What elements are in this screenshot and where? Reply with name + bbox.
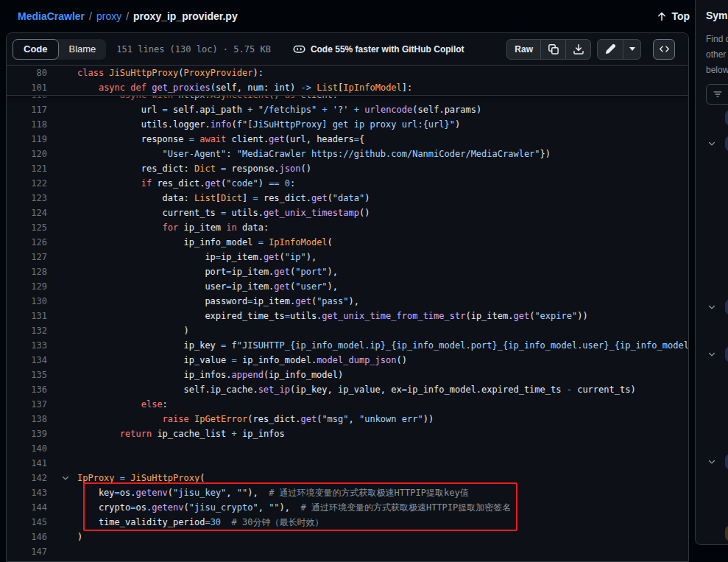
symbol-pill[interactable] bbox=[725, 136, 728, 151]
line-number-125[interactable]: 125 bbox=[7, 220, 54, 235]
line-number-126[interactable]: 126 bbox=[7, 235, 54, 250]
line-number-117[interactable]: 117 bbox=[7, 102, 54, 117]
line-number-147[interactable]: 147 bbox=[7, 544, 54, 559]
line-number-119[interactable]: 119 bbox=[7, 132, 54, 147]
code-text: else: bbox=[77, 397, 688, 412]
line-number-132[interactable]: 132 bbox=[7, 323, 54, 338]
code-line-143: 143 key=os.getenv("jisu_key", ""), # 通过环… bbox=[7, 485, 688, 500]
fold-gutter bbox=[54, 353, 77, 368]
file-meta-info: 151 lines (130 loc) · 5.75 KB bbox=[116, 44, 271, 55]
chevron-down-icon[interactable] bbox=[707, 457, 716, 466]
line-number-101[interactable]: 101 bbox=[7, 80, 54, 95]
line-number-129[interactable]: 129 bbox=[7, 279, 54, 294]
chevron-down-icon[interactable] bbox=[707, 303, 716, 312]
line-number-139[interactable]: 139 bbox=[7, 426, 54, 441]
line-number-138[interactable]: 138 bbox=[7, 412, 54, 426]
chevron-down-icon[interactable] bbox=[707, 350, 716, 359]
fold-gutter bbox=[54, 368, 77, 382]
line-number-145[interactable]: 145 bbox=[7, 515, 54, 530]
symbol-pill[interactable] bbox=[725, 110, 728, 125]
symbol-pill[interactable] bbox=[725, 347, 728, 362]
tab-code[interactable]: Code bbox=[13, 39, 59, 60]
line-number-80[interactable]: 80 bbox=[7, 66, 54, 80]
chevron-down-icon[interactable] bbox=[707, 139, 716, 148]
symbols-panel-toggle-button[interactable] bbox=[653, 39, 675, 60]
fold-gutter bbox=[54, 426, 77, 441]
line-number-130[interactable]: 130 bbox=[7, 294, 54, 309]
code-line-133: 133 ip_key = f"JISUHTTP_{ip_info_model.i… bbox=[7, 338, 688, 353]
code-text: ip_value = ip_info_model.model_dump_json… bbox=[77, 353, 688, 368]
line-number-123[interactable]: 123 bbox=[7, 191, 54, 206]
line-number-144[interactable]: 144 bbox=[7, 500, 54, 515]
code-text bbox=[77, 544, 688, 559]
symbol-pill[interactable] bbox=[725, 300, 728, 315]
symbol-row[interactable] bbox=[707, 299, 728, 315]
fold-gutter bbox=[54, 309, 77, 323]
symbols-filter-box[interactable] bbox=[706, 84, 728, 105]
symbol-pill[interactable] bbox=[725, 526, 728, 541]
code-text: url = self.api_path + "/fetchips" + '?' … bbox=[77, 102, 688, 117]
line-number-142[interactable]: 142 bbox=[7, 471, 54, 485]
download-raw-button[interactable] bbox=[565, 40, 590, 59]
edit-dropdown-button[interactable] bbox=[623, 40, 640, 59]
breadcrumb: MediaCrawler / proxy / proxy_ip_provider… bbox=[0, 0, 695, 32]
line-number-140[interactable]: 140 bbox=[7, 441, 54, 456]
line-number-136[interactable]: 136 bbox=[7, 382, 54, 397]
arrow-up-icon bbox=[656, 10, 668, 22]
fold-gutter bbox=[54, 544, 77, 559]
breadcrumb-folder-link[interactable]: proxy bbox=[96, 10, 121, 22]
code-line-125: 125 for ip_item in data: bbox=[7, 220, 688, 235]
fold-gutter bbox=[54, 80, 77, 95]
line-number-133[interactable]: 133 bbox=[7, 338, 54, 353]
code-line-136: 136 self.ip_cache.set_ip(ip_key, ip_valu… bbox=[7, 382, 688, 397]
line-number-134[interactable]: 134 bbox=[7, 353, 54, 368]
pencil-icon bbox=[605, 43, 616, 55]
symbol-row[interactable] bbox=[707, 136, 728, 152]
code-line-123: 123 data: List[Dict] = res_dict.get("dat… bbox=[7, 191, 688, 206]
fold-gutter bbox=[54, 250, 77, 264]
line-number-137[interactable]: 137 bbox=[7, 397, 54, 412]
back-to-top-button[interactable]: Top bbox=[656, 0, 690, 32]
code-text: for ip_item in data: bbox=[77, 220, 688, 235]
code-line-124: 124 current_ts = utils.get_unix_timestam… bbox=[7, 206, 688, 220]
symbol-row[interactable] bbox=[707, 454, 728, 470]
code-line-129: 129 user=ip_item.get("user"), bbox=[7, 279, 688, 294]
code-text: response = await client.get(url, headers… bbox=[77, 132, 688, 147]
line-number-121[interactable]: 121 bbox=[7, 161, 54, 176]
line-number-120[interactable]: 120 bbox=[7, 147, 54, 161]
symbol-pill[interactable] bbox=[725, 454, 728, 469]
symbol-row[interactable] bbox=[707, 110, 728, 126]
fold-gutter bbox=[54, 161, 77, 176]
symbol-row[interactable] bbox=[707, 525, 728, 541]
symbol-row[interactable] bbox=[707, 346, 728, 362]
line-number-135[interactable]: 135 bbox=[7, 368, 54, 382]
line-number-143[interactable]: 143 bbox=[7, 485, 54, 500]
line-number-146[interactable]: 146 bbox=[7, 530, 54, 544]
code-line-147: 147 bbox=[7, 544, 688, 559]
toolbar-actions: Raw bbox=[506, 39, 675, 60]
line-number-118[interactable]: 118 bbox=[7, 117, 54, 132]
code-lines: 116 async with httpx.AsyncClient() as cl… bbox=[7, 66, 688, 559]
code-text bbox=[77, 456, 688, 471]
symbols-panel-description: Find definitions and references for func… bbox=[706, 32, 728, 78]
tab-blame[interactable]: Blame bbox=[59, 39, 107, 60]
fold-gutter bbox=[54, 500, 77, 515]
line-number-122[interactable]: 122 bbox=[7, 176, 54, 191]
copy-raw-button[interactable] bbox=[540, 40, 565, 59]
code-text: return ip_cache_list + ip_infos bbox=[77, 426, 688, 441]
copilot-banner-link[interactable]: Code 55% faster with GitHub Copilot bbox=[293, 43, 464, 55]
line-number-124[interactable]: 124 bbox=[7, 206, 54, 220]
line-number-127[interactable]: 127 bbox=[7, 250, 54, 264]
fold-gutter bbox=[54, 323, 77, 338]
edit-file-button[interactable] bbox=[598, 40, 623, 59]
code-line-138: 138 raise IpGetError(res_dict.get("msg",… bbox=[7, 412, 688, 426]
fold-gutter bbox=[54, 397, 77, 412]
line-number-141[interactable]: 141 bbox=[7, 456, 54, 471]
raw-button[interactable]: Raw bbox=[507, 40, 540, 59]
line-number-131[interactable]: 131 bbox=[7, 309, 54, 323]
sticky-code-line-80: 80class JiSuHttpProxy(ProxyProvider): bbox=[7, 66, 688, 80]
breadcrumb-repo-link[interactable]: MediaCrawler bbox=[18, 10, 85, 22]
code-text: key=os.getenv("jisu_key", ""), # 通过环境变量的… bbox=[77, 485, 688, 500]
fold-chevron-icon[interactable] bbox=[54, 471, 77, 485]
line-number-128[interactable]: 128 bbox=[7, 264, 54, 279]
